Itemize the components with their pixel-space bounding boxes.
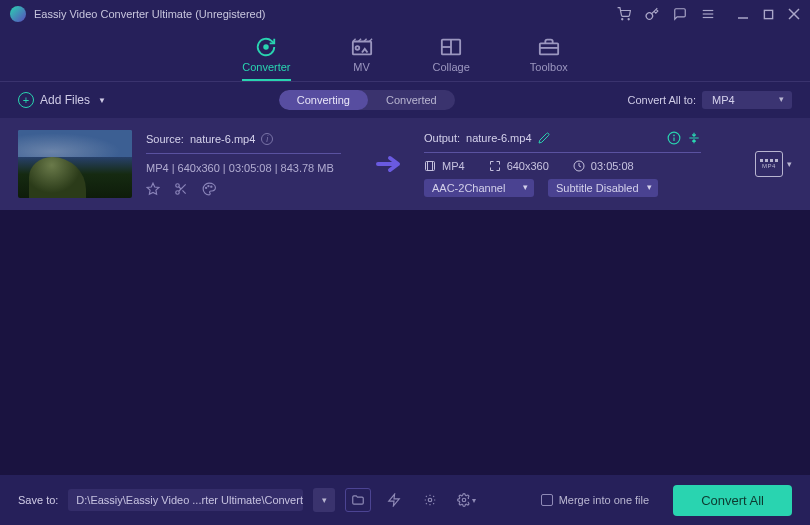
- output-format-button[interactable]: MP4 ▾: [755, 151, 792, 177]
- format-box-icon: MP4: [755, 151, 783, 177]
- convert-all-button[interactable]: Convert All: [673, 485, 792, 516]
- high-speed-icon[interactable]: [417, 488, 443, 512]
- star-icon[interactable]: [146, 182, 160, 196]
- palette-icon[interactable]: [202, 182, 216, 196]
- film-icon: [424, 160, 436, 172]
- subtitle-select[interactable]: Subtitle Disabled: [548, 179, 658, 197]
- compress-icon[interactable]: [687, 131, 701, 145]
- cart-icon[interactable]: [617, 7, 631, 21]
- clock-icon: [573, 160, 585, 172]
- open-folder-icon[interactable]: [345, 488, 371, 512]
- tab-converter[interactable]: Converter: [242, 37, 290, 81]
- svg-rect-15: [540, 43, 558, 54]
- resolution-icon: [489, 160, 501, 172]
- path-dropdown[interactable]: ▾: [313, 488, 335, 512]
- tab-label: Toolbox: [530, 61, 568, 73]
- converter-icon: [255, 37, 277, 57]
- output-filename: nature-6.mp4: [466, 132, 531, 144]
- edit-icon[interactable]: [538, 132, 550, 144]
- svg-point-1: [628, 19, 629, 20]
- arrow-icon: [370, 155, 410, 173]
- maximize-icon[interactable]: [763, 9, 774, 20]
- hardware-accel-icon[interactable]: [381, 488, 407, 512]
- toolbox-icon: [538, 37, 560, 57]
- tab-label: Converter: [242, 61, 290, 73]
- svg-point-25: [211, 186, 212, 187]
- svg-line-21: [182, 190, 185, 193]
- divider: [146, 153, 341, 154]
- file-row: Source: nature-6.mp4 i MP4 | 640x360 | 0…: [0, 118, 810, 210]
- source-column: Source: nature-6.mp4 i MP4 | 640x360 | 0…: [146, 133, 356, 196]
- tab-label: Collage: [433, 61, 470, 73]
- segment-converting[interactable]: Converting: [279, 90, 368, 110]
- chevron-down-icon: ▼: [98, 96, 106, 105]
- menu-icon[interactable]: [701, 7, 715, 21]
- merge-checkbox[interactable]: Merge into one file: [541, 494, 650, 506]
- mv-icon: [351, 37, 373, 57]
- minimize-icon[interactable]: [737, 8, 749, 20]
- segment-converted[interactable]: Converted: [368, 90, 455, 110]
- convert-all-format: Convert All to: MP4: [628, 91, 792, 109]
- settings-icon[interactable]: ▾: [453, 488, 479, 512]
- output-column: Output: nature-6.mp4 MP4 640x360 03:05:0…: [424, 131, 701, 197]
- status-segment: Converting Converted: [279, 90, 455, 110]
- tab-collage[interactable]: Collage: [433, 37, 470, 81]
- collage-icon: [440, 37, 462, 57]
- tab-toolbox[interactable]: Toolbox: [530, 37, 568, 81]
- svg-point-34: [429, 498, 433, 502]
- source-filename: nature-6.mp4: [190, 133, 255, 145]
- title-bar: Eassiy Video Converter Ultimate (Unregis…: [0, 0, 810, 28]
- svg-marker-33: [389, 494, 400, 506]
- source-meta: MP4 | 640x360 | 03:05:08 | 843.78 MB: [146, 162, 356, 174]
- add-files-label: Add Files: [40, 93, 90, 107]
- tab-mv[interactable]: MV: [351, 37, 373, 81]
- merge-label: Merge into one file: [559, 494, 650, 506]
- info-circle-icon[interactable]: [667, 131, 681, 145]
- close-icon[interactable]: [788, 8, 800, 20]
- svg-point-24: [208, 185, 209, 186]
- output-duration: 03:05:08: [591, 160, 634, 172]
- svg-point-28: [674, 135, 675, 136]
- output-resolution: 640x360: [507, 160, 549, 172]
- plus-icon: +: [18, 92, 34, 108]
- svg-line-22: [179, 186, 181, 188]
- chevron-down-icon: ▾: [787, 159, 792, 169]
- svg-point-35: [462, 498, 466, 502]
- convert-all-label: Convert All to:: [628, 94, 696, 106]
- svg-marker-17: [147, 183, 159, 194]
- info-icon[interactable]: i: [261, 133, 273, 145]
- divider: [424, 152, 701, 153]
- content-area: [0, 210, 810, 475]
- cut-icon[interactable]: [174, 182, 188, 196]
- checkbox-icon: [541, 494, 553, 506]
- video-thumbnail[interactable]: [18, 130, 132, 198]
- feedback-icon[interactable]: [673, 7, 687, 21]
- footer-bar: Save to: D:\Eassiy\Eassiy Video ...rter …: [0, 475, 810, 525]
- format-select[interactable]: MP4: [702, 91, 792, 109]
- window-title: Eassiy Video Converter Ultimate (Unregis…: [34, 8, 609, 20]
- svg-point-9: [265, 45, 269, 49]
- svg-point-0: [622, 19, 623, 20]
- tab-label: MV: [353, 61, 370, 73]
- sub-toolbar: + Add Files ▼ Converting Converted Conve…: [0, 82, 810, 118]
- audio-select[interactable]: AAC-2Channel: [424, 179, 534, 197]
- svg-rect-29: [426, 162, 435, 171]
- svg-point-11: [355, 46, 359, 50]
- output-format: MP4: [442, 160, 465, 172]
- app-logo: [10, 6, 26, 22]
- svg-rect-6: [764, 10, 772, 18]
- source-label: Source:: [146, 133, 184, 145]
- save-path-field[interactable]: D:\Eassiy\Eassiy Video ...rter Ultimate\…: [68, 489, 303, 511]
- save-to-label: Save to:: [18, 494, 58, 506]
- output-label: Output:: [424, 132, 460, 144]
- main-tabs: Converter MV Collage Toolbox: [0, 28, 810, 82]
- add-files-button[interactable]: + Add Files ▼: [18, 92, 106, 108]
- svg-point-23: [206, 187, 207, 188]
- key-icon[interactable]: [645, 7, 659, 21]
